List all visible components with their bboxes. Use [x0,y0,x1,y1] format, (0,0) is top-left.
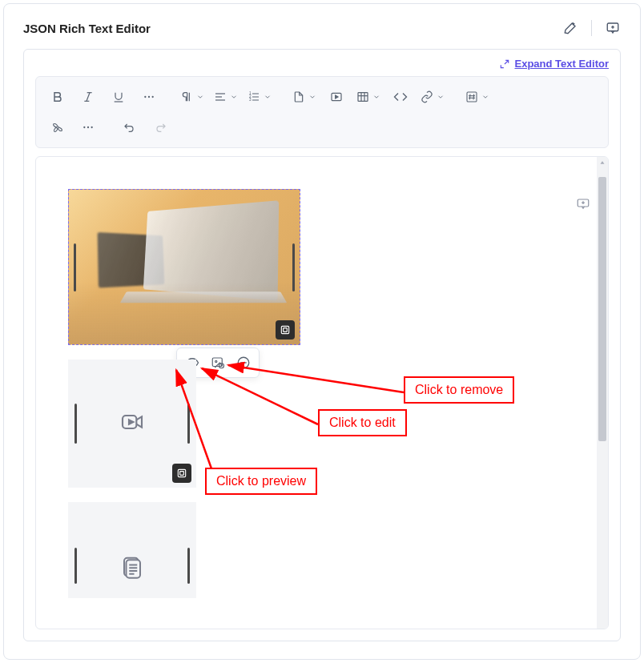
svg-marker-15 [336,95,338,98]
image-block-selected[interactable] [68,189,300,345]
svg-point-35 [215,360,217,362]
svg-point-26 [83,127,85,128]
code-button[interactable] [387,83,414,110]
remove-image-button[interactable] [231,352,256,374]
svg-rect-20 [467,92,477,102]
svg-rect-31 [281,326,288,333]
propeller-button[interactable] [44,114,71,141]
insert-video-button[interactable] [323,83,350,110]
svg-rect-41 [178,469,185,476]
svg-rect-42 [180,472,184,476]
document-placeholder-block[interactable] [68,502,196,598]
vertical-scrollbar[interactable] [597,157,608,629]
svg-point-27 [87,127,89,128]
page-title: JSON Rich Text Editor [23,22,151,35]
svg-rect-44 [127,560,141,578]
more-format-button[interactable] [135,83,163,110]
underline-button[interactable] [105,83,132,110]
redo-button[interactable] [147,114,174,141]
svg-line-3 [87,93,90,102]
undo-button[interactable] [116,114,143,141]
document-lines-icon [120,555,144,582]
list-dropdown[interactable]: 123 [244,83,275,110]
more-insert-button[interactable] [74,114,102,141]
svg-line-22 [473,94,474,100]
bold-button[interactable] [44,83,71,110]
add-comment-icon[interactable] [605,20,621,36]
resize-handle-right[interactable] [187,548,190,584]
divider [591,20,592,36]
paragraph-dropdown[interactable] [177,83,207,110]
resize-handle-left[interactable] [74,243,76,291]
svg-text:3: 3 [249,98,252,102]
resize-handle-right[interactable] [292,243,295,291]
resize-handle-left[interactable] [74,548,77,584]
video-placeholder-block[interactable] [68,360,196,488]
svg-marker-40 [129,420,133,424]
insert-file-dropdown[interactable] [289,83,320,110]
expand-editor-label: Expand Text Editor [515,58,610,70]
svg-marker-29 [601,161,605,163]
svg-point-28 [91,127,93,128]
expand-editor-link[interactable]: Expand Text Editor [499,58,610,70]
svg-point-5 [144,96,146,98]
svg-point-6 [148,96,150,98]
link-dropdown[interactable] [417,83,448,110]
hash-dropdown[interactable] [462,83,493,110]
scroll-thumb[interactable] [598,177,606,441]
italic-button[interactable] [74,83,102,110]
svg-point-7 [152,96,154,98]
resize-handle-left[interactable] [74,404,77,444]
editor-toolbar: 123 [35,76,609,148]
edit-image-button[interactable] [206,352,230,374]
svg-rect-16 [358,93,368,102]
table-dropdown[interactable] [353,83,384,110]
svg-line-21 [469,94,470,100]
editor-content[interactable] [35,156,609,629]
video-camera-icon [119,409,145,438]
magic-wand-icon[interactable] [562,20,578,36]
align-dropdown[interactable] [211,83,241,110]
maximize-icon[interactable] [276,320,295,340]
svg-point-25 [57,127,59,129]
maximize-icon[interactable] [172,464,191,483]
svg-rect-32 [284,328,288,332]
resize-handle-right[interactable] [187,404,190,444]
